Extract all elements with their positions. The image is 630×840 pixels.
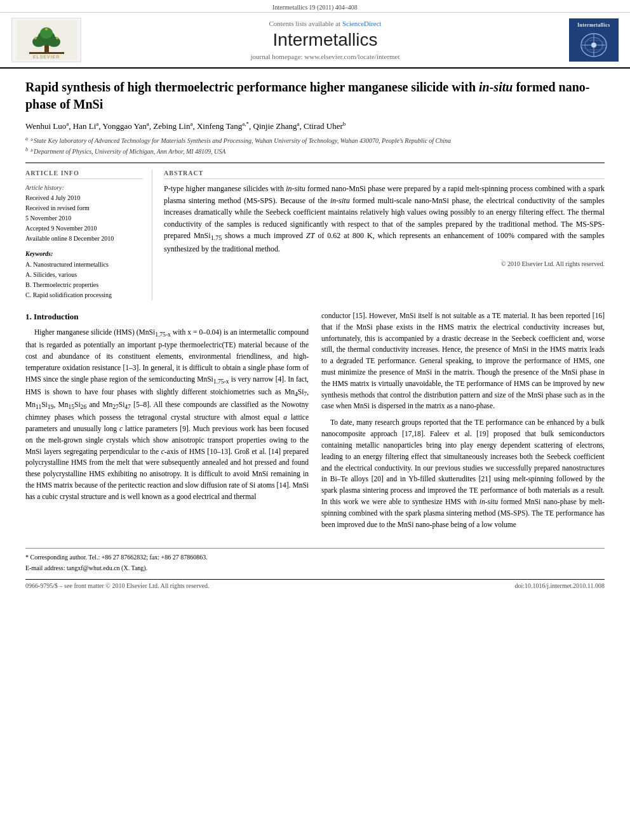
svg-point-4 bbox=[48, 37, 60, 47]
journal-issue-info: Intermetallics 19 (2011) 404–408 bbox=[272, 4, 358, 11]
section-divider bbox=[25, 163, 605, 163]
article-info-abstract-section: ARTICLE INFO Article history: Received 4… bbox=[25, 170, 605, 300]
article-body: Rapid synthesis of high thermoelectric p… bbox=[0, 69, 630, 602]
keyword-2: A. Silicides, various bbox=[25, 270, 143, 280]
contents-text: Contents lists available at bbox=[269, 20, 342, 27]
keywords-block: Keywords: A. Nanostructured intermetalli… bbox=[25, 250, 143, 300]
elsevier-logo-svg: ELSEVIER bbox=[17, 20, 77, 60]
received-date: Received 4 July 2010 bbox=[25, 193, 143, 203]
main-col-right: conductor [15]. However, MnSi itself is … bbox=[321, 310, 605, 535]
article-history-block: Article history: Received 4 July 2010 Re… bbox=[25, 183, 143, 244]
abstract-column: ABSTRACT P-type higher manganese silicid… bbox=[164, 170, 605, 300]
footnote-star: * Corresponding author. Tel.: +86 27 876… bbox=[25, 552, 605, 562]
page-footer: 0966-9795/$ – see front matter © 2010 El… bbox=[25, 579, 605, 589]
keywords-title: Keywords: bbox=[25, 250, 143, 257]
article-info-label: ARTICLE INFO bbox=[25, 170, 143, 179]
footer-issn: 0966-9795/$ – see front matter © 2010 El… bbox=[25, 582, 209, 589]
journal-cover-logo: Intermetallics bbox=[569, 18, 619, 62]
footer-notes: * Corresponding author. Tel.: +86 27 876… bbox=[25, 548, 605, 573]
affiliation-b: b ᵇ Department of Physics, University of… bbox=[25, 146, 605, 156]
svg-point-3 bbox=[32, 37, 45, 47]
history-label: Article history: bbox=[25, 183, 143, 193]
logo-right-title-text: Intermetallics bbox=[569, 21, 619, 29]
footnote-email: E-mail address: tangxf@whut.edu.cn (X. T… bbox=[25, 563, 605, 573]
svg-text:ELSEVIER: ELSEVIER bbox=[32, 55, 60, 59]
journal-header: ELSEVIER Contents lists available at Sci… bbox=[0, 13, 630, 69]
copyright-notice: © 2010 Elsevier Ltd. All rights reserved… bbox=[164, 260, 605, 267]
available-online: Available online 8 December 2010 bbox=[25, 234, 143, 244]
journal-name-header: Intermetallics bbox=[81, 30, 569, 50]
sciencedirect-line: Contents lists available at ScienceDirec… bbox=[81, 20, 569, 27]
footer-doi: doi:10.1016/j.intermet.2010.11.008 bbox=[514, 582, 605, 589]
keyword-4: C. Rapid solidification processing bbox=[25, 290, 143, 300]
received-revised-label: Received in revised form bbox=[25, 203, 143, 213]
section-1-heading: 1. Introduction bbox=[25, 310, 309, 323]
svg-point-9 bbox=[45, 28, 48, 30]
keyword-1: A. Nanostructured intermetallics bbox=[25, 260, 143, 270]
page: Intermetallics 19 (2011) 404–408 bbox=[0, 0, 630, 840]
keyword-3: B. Thermoelectric properties bbox=[25, 280, 143, 290]
svg-point-8 bbox=[56, 37, 58, 39]
sciencedirect-link-text[interactable]: ScienceDirect bbox=[342, 20, 382, 27]
svg-point-7 bbox=[34, 37, 37, 39]
intro-paragraph-1: Higher manganese silicide (HMS) (MnSi1.7… bbox=[25, 327, 309, 503]
two-column-main: 1. Introduction Higher manganese silicid… bbox=[25, 310, 605, 535]
intro-paragraph-3: To date, many research groups reported t… bbox=[321, 417, 605, 530]
accepted-date: Accepted 9 November 2010 bbox=[25, 223, 143, 234]
journal-homepage-url: journal homepage: www.elsevier.com/locat… bbox=[81, 53, 569, 60]
abstract-text: P-type higher manganese silicides with i… bbox=[164, 183, 605, 255]
cover-art bbox=[569, 29, 619, 61]
journal-cover-image bbox=[569, 29, 619, 61]
article-info-column: ARTICLE INFO Article history: Received 4… bbox=[25, 170, 152, 300]
affiliations: a ᵃ State Key laboratory of Advanced Tec… bbox=[25, 135, 605, 156]
authors-line: Wenhui Luoa, Han Lia, Yonggao Yana, Zebi… bbox=[25, 121, 605, 131]
affiliation-a: a ᵃ State Key laboratory of Advanced Tec… bbox=[25, 135, 605, 145]
abstract-label: ABSTRACT bbox=[164, 170, 605, 179]
svg-rect-6 bbox=[29, 52, 64, 54]
article-title: Rapid synthesis of high thermoelectric p… bbox=[25, 79, 605, 113]
received-revised-date: 5 November 2010 bbox=[25, 213, 143, 223]
journal-center-info: Contents lists available at ScienceDirec… bbox=[81, 20, 569, 60]
main-col-left: 1. Introduction Higher manganese silicid… bbox=[25, 310, 309, 535]
journal-citation: Intermetallics 19 (2011) 404–408 bbox=[0, 0, 630, 13]
main-content: 1. Introduction Higher manganese silicid… bbox=[25, 310, 605, 535]
intro-paragraph-2: conductor [15]. However, MnSi itself is … bbox=[321, 310, 605, 412]
svg-point-16 bbox=[591, 43, 596, 48]
elsevier-logo-left: ELSEVIER bbox=[11, 18, 81, 62]
